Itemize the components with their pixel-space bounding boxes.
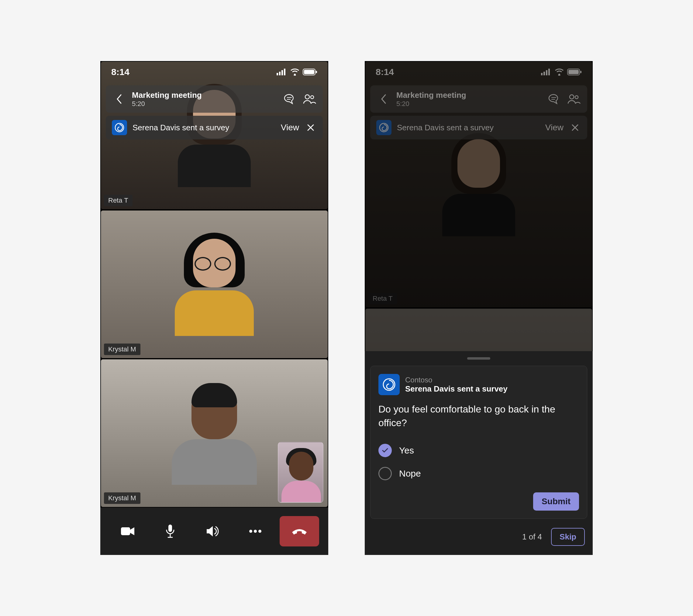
status-time: 8:14 [376,67,394,77]
svg-point-15 [249,530,252,533]
chat-button[interactable] [547,92,561,106]
people-icon [567,93,581,105]
svg-point-10 [305,95,310,99]
dismiss-button[interactable] [569,122,581,134]
swirl-icon [382,377,396,392]
back-button[interactable] [376,92,391,106]
battery-icon [567,68,582,76]
svg-rect-25 [580,71,581,73]
radio-unchecked[interactable] [378,467,392,480]
svg-rect-1 [279,72,280,75]
video-tile-2[interactable]: Krystal M [101,210,328,358]
svg-rect-14 [169,525,172,532]
svg-rect-2 [281,70,283,75]
meeting-title: Marketing meeting [132,90,277,100]
video-area: Reta T Krystal M Krystal M [100,61,328,508]
view-button[interactable]: View [281,123,299,132]
more-icon [249,530,262,533]
survey-notification: Serena Davis sent a survey View [370,116,587,139]
participants-button[interactable] [302,92,317,106]
meeting-duration: 5:20 [132,100,277,108]
survey-app-icon [378,374,400,395]
svg-point-29 [575,96,578,99]
participants-button[interactable] [567,92,581,106]
survey-sender-line: Serena Davis sent a survey [405,384,508,394]
back-button[interactable] [112,92,126,106]
microphone-icon [165,524,175,538]
svg-rect-13 [121,527,130,535]
participant-name-3: Krystal M [104,492,140,504]
notification-text: Serena Davis sent a survey [397,123,540,132]
chevron-left-icon [116,94,123,104]
option-label-yes: Yes [399,445,414,456]
more-options-button[interactable] [237,516,274,547]
status-time: 8:14 [111,67,130,77]
svg-point-11 [311,96,314,99]
submit-button[interactable]: Submit [533,492,579,511]
hangup-icon [291,527,308,535]
svg-point-16 [254,530,257,533]
chat-icon [283,93,296,105]
people-icon [302,93,316,105]
survey-option-yes[interactable]: Yes [378,439,579,462]
meeting-header: Marketing meeting 5:20 [370,85,587,113]
participant-name-2: Krystal M [104,344,140,355]
meeting-header: Marketing meeting 5:20 [106,85,323,113]
svg-point-4 [294,74,296,75]
survey-option-nope[interactable]: Nope [378,462,579,485]
status-bar: 8:14 [100,61,328,83]
speaker-toggle-button[interactable] [195,516,231,547]
phone-screen-call: Reta T Krystal M Krystal M [100,61,328,555]
chat-button[interactable] [282,92,297,106]
check-icon [382,448,389,453]
hangup-button[interactable] [280,516,319,547]
chevron-left-icon [380,94,387,104]
wifi-icon [290,68,300,76]
close-icon [571,123,579,132]
option-label-nope: Nope [399,468,421,479]
signal-icon [541,69,551,75]
call-controls [100,508,328,555]
svg-rect-7 [316,71,317,73]
phone-screen-survey: Reta T 8:14 [365,61,593,555]
battery-icon [303,68,317,76]
self-video-pip[interactable] [278,442,323,503]
svg-point-22 [559,74,560,75]
video-tile-3[interactable]: Krystal M [101,359,328,507]
chat-icon [548,93,560,105]
svg-rect-6 [304,70,314,74]
swirl-icon [378,122,389,133]
dismiss-button[interactable] [304,122,317,134]
app-icon [376,120,392,135]
svg-point-17 [258,530,261,533]
drag-handle[interactable] [467,357,490,360]
svg-rect-3 [284,69,285,75]
app-icon [112,120,127,135]
skip-button[interactable]: Skip [551,528,585,546]
survey-bottom-sheet: Contoso Serena Davis sent a survey Do yo… [365,351,593,555]
page-indicator: 1 of 4 [522,532,542,541]
notification-text: Serena Davis sent a survey [133,123,275,132]
swirl-icon [114,122,125,133]
meeting-title: Marketing meeting [396,90,541,100]
close-icon [306,123,315,132]
svg-rect-21 [548,69,550,75]
wifi-icon [554,68,564,76]
view-button[interactable]: View [545,123,563,132]
participant-name-1: Reta T [104,195,133,206]
svg-rect-18 [541,73,542,75]
survey-card: Contoso Serena Davis sent a survey Do yo… [370,366,587,519]
svg-rect-24 [568,70,579,74]
radio-checked[interactable] [378,444,392,457]
svg-point-28 [570,95,574,99]
camera-icon [120,526,136,537]
camera-toggle-button[interactable] [110,516,146,547]
svg-rect-20 [546,70,548,75]
survey-question: Do you feel comfortable to go back in th… [378,403,579,430]
survey-sender-app: Contoso [405,376,508,384]
svg-rect-0 [277,73,278,75]
survey-notification: Serena Davis sent a survey View [106,116,323,139]
mic-toggle-button[interactable] [152,516,189,547]
meeting-duration: 5:20 [396,100,541,108]
signal-icon [277,69,287,75]
